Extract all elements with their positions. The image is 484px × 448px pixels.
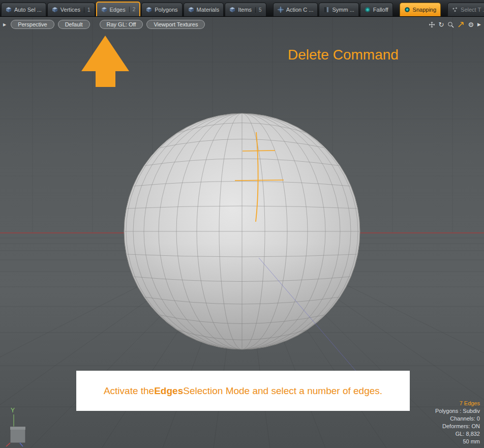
view-type-button[interactable]: Perspective <box>11 20 54 29</box>
tab-label: Materials <box>197 7 220 13</box>
workplane-gizmo: Y <box>6 407 36 448</box>
tab-vertices[interactable]: Vertices 1 <box>47 3 95 16</box>
banner-text-suffix: Selection Mode and select a number of ed… <box>183 385 382 397</box>
zoom-view-icon[interactable] <box>447 21 454 28</box>
viewport-stats: 7 Edges Polygons : Subdiv Channels: 0 De… <box>435 400 480 445</box>
tab-edges[interactable]: Edges 2 <box>96 2 141 16</box>
tab-items[interactable]: Items 5 <box>225 3 266 16</box>
tab-select-through[interactable]: Select T ... <box>447 3 484 16</box>
tab-label: Falloff <box>373 7 388 13</box>
action-center-icon <box>278 7 284 13</box>
falloff-icon <box>365 7 371 13</box>
stat-line: Channels: 0 <box>435 415 480 423</box>
tab-label: Select T ... <box>461 7 484 13</box>
top-tab-bar: Auto Sel ... Vertices 1 Edges 2 Polygons… <box>0 0 484 17</box>
stat-line: GL: 8,832 <box>435 430 480 438</box>
tab-shortcut-badge: 1 <box>84 7 90 13</box>
tab-label: Action C ... <box>286 7 314 13</box>
stat-line: 50 mm <box>435 438 480 445</box>
banner-text-prefix: Activate the <box>104 385 154 397</box>
collapse-arrow-icon[interactable]: ▶ <box>3 22 6 27</box>
tab-polygons[interactable]: Polygons <box>141 3 182 16</box>
symmetry-icon <box>323 7 329 13</box>
tab-label: Polygons <box>155 7 177 13</box>
cube-icon <box>188 7 194 13</box>
banner-text-bold: Edges <box>154 385 183 397</box>
tab-label: Edges <box>110 7 126 13</box>
tab-falloff[interactable]: Falloff <box>360 3 393 16</box>
tab-label: Symm ... <box>332 7 354 13</box>
selection-count: 7 Edges <box>435 400 480 407</box>
tab-auto-select[interactable]: Auto Sel ... <box>1 3 46 16</box>
raygl-button[interactable]: Ray GL: Off <box>100 20 143 29</box>
maximize-viewport-icon[interactable] <box>458 21 464 28</box>
cube-icon <box>52 7 58 13</box>
x-axis-tick <box>6 443 10 446</box>
sphere-shading <box>124 113 360 349</box>
viewport-header: ▶ Perspective Default Ray GL: Off Viewpo… <box>0 19 484 29</box>
select-through-icon <box>452 7 458 13</box>
viewport-tools: ↻ ⚙ ▶ <box>429 21 481 28</box>
tab-shortcut-badge: 5 <box>255 7 262 13</box>
viewport-expand-icon[interactable]: ▶ <box>477 22 481 27</box>
tab-label: Auto Sel ... <box>14 7 42 13</box>
tab-shortcut-badge: 2 <box>129 7 136 12</box>
workplane-cube <box>6 414 36 447</box>
cube-icon <box>229 7 235 13</box>
tab-symmetry[interactable]: Symm ... <box>319 3 358 16</box>
app-window: Auto Sel ... Vertices 1 Edges 2 Polygons… <box>0 0 484 448</box>
stat-line: Deformers: ON <box>435 423 480 430</box>
rotate-view-icon[interactable]: ↻ <box>439 21 444 28</box>
shading-mode-button[interactable]: Default <box>58 20 90 29</box>
instruction-banner: Activate the Edges Selection Mode and se… <box>76 371 410 411</box>
tab-label: Items <box>238 7 252 13</box>
tab-snapping[interactable]: Snapping <box>400 3 441 16</box>
stat-line: Polygons : Subdiv <box>435 407 480 415</box>
sphere-mesh[interactable] <box>124 111 360 352</box>
cube-icon <box>6 7 12 13</box>
tab-label: Snapping <box>413 7 437 13</box>
viewport-textures-button[interactable]: Viewport Textures <box>146 20 205 29</box>
z-axis-tick <box>20 443 23 446</box>
viewport-settings-icon[interactable]: ⚙ <box>468 21 474 28</box>
callout-arrow-up <box>77 32 133 90</box>
snapping-icon <box>404 7 410 13</box>
delete-command-title: Delete Command <box>288 47 399 63</box>
tab-materials[interactable]: Materials <box>184 3 224 16</box>
tab-label: Vertices <box>60 7 80 13</box>
cube-icon <box>101 7 107 13</box>
tab-action-center[interactable]: Action C ... <box>273 3 318 16</box>
pan-view-icon[interactable] <box>429 21 435 28</box>
y-axis-label: Y <box>11 407 36 414</box>
cube-icon <box>146 7 152 13</box>
